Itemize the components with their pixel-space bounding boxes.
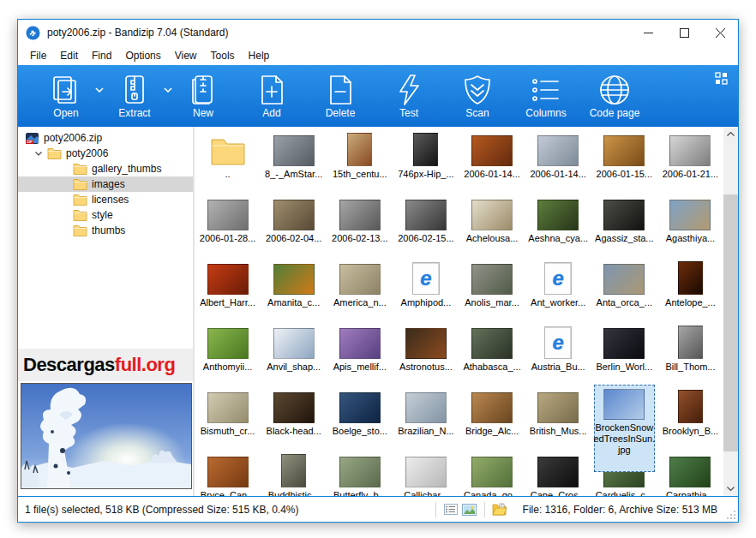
file-item-berlin-worl[interactable]: Berlin_Worl... bbox=[591, 320, 657, 384]
toolbar-delete-button[interactable]: Delete bbox=[306, 65, 375, 127]
image-thumbnail bbox=[339, 200, 381, 230]
file-item-callichar[interactable]: Callichar... bbox=[393, 448, 459, 496]
file-item-amphipod[interactable]: eAmphipod... bbox=[393, 255, 459, 320]
toolbar-test-button[interactable]: Test bbox=[375, 65, 443, 127]
toolbar-layout-icon[interactable] bbox=[715, 72, 728, 85]
menu-find[interactable]: Find bbox=[85, 48, 118, 63]
file-item-2006-01-21[interactable]: 2006-01-21... bbox=[657, 127, 723, 191]
tree-item-thumbs[interactable]: thumbs bbox=[18, 223, 193, 238]
menu-view[interactable]: View bbox=[168, 48, 204, 63]
image-thumbnail bbox=[471, 328, 513, 359]
toolbar-extract-button[interactable]: Extract bbox=[100, 65, 169, 127]
file-item-2006-02-15[interactable]: 2006-02-15... bbox=[393, 191, 459, 255]
file-item-brockensnowedtreesinsun-jpg[interactable]: BrockenSnowedTreesInSun.jpg bbox=[591, 384, 657, 448]
toolbar: OpenExtractNewAddDeleteTestScanColumnsCo… bbox=[18, 65, 738, 127]
file-item-athabasca[interactable]: Athabasca_... bbox=[459, 320, 525, 384]
file-item-agasthiya[interactable]: Agasthiya... bbox=[657, 191, 723, 255]
toolbar-columns-button[interactable]: Columns bbox=[512, 65, 580, 127]
toolbar-button-label: Columns bbox=[525, 107, 566, 119]
file-item-bryce-can[interactable]: Bryce_Can... bbox=[195, 448, 261, 496]
file-item-british-mus[interactable]: British_Mus... bbox=[525, 384, 591, 448]
window-title: poty2006.zip - Bandizip 7.04 (Standard) bbox=[47, 27, 228, 39]
details-view-icon[interactable] bbox=[441, 501, 460, 518]
vertical-scrollbar[interactable] bbox=[723, 127, 738, 496]
zip-archive-icon: ZIP bbox=[25, 132, 39, 144]
file-item-brooklyn-b[interactable]: Brooklyn_B... bbox=[657, 384, 723, 448]
file-item-anolis-mar[interactable]: Anolis_mar... bbox=[459, 255, 525, 320]
scrollbar-thumb[interactable] bbox=[723, 194, 738, 451]
file-item-butterfly-b[interactable]: Butterfly_b... bbox=[327, 448, 393, 496]
thumbnail-view-icon[interactable] bbox=[460, 501, 479, 518]
tree-item-poty2006[interactable]: poty2006 bbox=[18, 146, 193, 161]
file-name-label: Amphipod... bbox=[401, 297, 452, 308]
tree-item-style[interactable]: style bbox=[18, 207, 193, 223]
tree-item-label: poty2006 bbox=[66, 147, 108, 159]
file-item-cape-cros[interactable]: Cape_Cros... bbox=[525, 448, 591, 496]
file-item-ant-worker[interactable]: eAnt_worker... bbox=[525, 255, 591, 320]
file-item-boelge-sto[interactable]: Boelge_sto... bbox=[327, 384, 393, 448]
file-item-2006-02-04[interactable]: 2006-02-04... bbox=[261, 191, 327, 255]
tree-item-images[interactable]: images bbox=[18, 176, 193, 192]
menu-file[interactable]: File bbox=[23, 48, 53, 63]
file-item-746px-hip[interactable]: 746px-Hip_... bbox=[393, 127, 459, 191]
file-item-america-n[interactable]: America_n... bbox=[327, 255, 393, 320]
file-item-bismuth-cr[interactable]: Bismuth_cr... bbox=[195, 384, 261, 448]
maximize-button[interactable] bbox=[666, 20, 702, 45]
menu-options[interactable]: Options bbox=[118, 48, 167, 63]
file-item-anthomyii[interactable]: Anthomyii... bbox=[195, 320, 261, 384]
menu-edit[interactable]: Edit bbox=[53, 48, 85, 63]
file-item-2006-01-28[interactable]: 2006-01-28... bbox=[195, 191, 261, 255]
file-item-2006-02-13[interactable]: 2006-02-13... bbox=[327, 191, 393, 255]
file-item-bill-thom[interactable]: Bill_Thom... bbox=[657, 320, 723, 384]
file-item-8-amstar[interactable]: 8_-_AmStar... bbox=[261, 127, 327, 191]
menu-tools[interactable]: Tools bbox=[204, 48, 242, 63]
toolbar-open-button[interactable]: Open bbox=[32, 65, 100, 127]
close-button[interactable] bbox=[702, 20, 738, 45]
file-item-2006-01-14[interactable]: 2006-01-14... bbox=[459, 127, 525, 191]
file-item-amanita-c[interactable]: Amanita_c... bbox=[261, 255, 327, 320]
image-thumbnail bbox=[603, 200, 645, 230]
menu-help[interactable]: Help bbox=[242, 48, 277, 63]
tree-item-poty2006-zip[interactable]: ZIPpoty2006.zip bbox=[18, 130, 193, 146]
image-thumbnail bbox=[603, 389, 645, 420]
file-item-2006-01-14[interactable]: 2006-01-14... bbox=[525, 127, 591, 191]
file-item-anvil-shap[interactable]: Anvil_shap... bbox=[261, 320, 327, 384]
tree-item-licenses[interactable]: licenses bbox=[18, 192, 193, 207]
file-item-aeshna-cya[interactable]: Aeshna_cya... bbox=[525, 191, 591, 255]
file-name-label: Bridge_Alc... bbox=[465, 426, 519, 436]
tree-item-gallery-thumbs[interactable]: gallery_thumbs bbox=[18, 161, 193, 176]
file-name-label: Anthomyii... bbox=[203, 362, 252, 372]
file-item-anta-orca[interactable]: Anta_orca_... bbox=[591, 255, 657, 320]
file-item-albert-harr[interactable]: Albert_Harr... bbox=[195, 255, 261, 320]
resize-grip[interactable] bbox=[726, 510, 736, 520]
file-item-antelope[interactable]: Antelope_... bbox=[657, 255, 723, 320]
file-item-austria-bu[interactable]: eAustria_Bu... bbox=[525, 320, 591, 384]
toolbar-button-label: Test bbox=[399, 107, 418, 119]
file-item-buddhistic[interactable]: Buddhistic... bbox=[261, 448, 327, 496]
minimize-button[interactable] bbox=[630, 20, 666, 45]
toolbar-add-button[interactable]: Add bbox=[237, 65, 306, 127]
file-item-canada-go[interactable]: Canada_go... bbox=[459, 448, 525, 496]
file-item-bridge-alc[interactable]: Bridge_Alc... bbox=[459, 384, 525, 448]
toolbar-scan-button[interactable]: Scan bbox=[443, 65, 512, 127]
file-item-brazilian-n[interactable]: Brazilian_N... bbox=[393, 384, 459, 448]
image-thumbnail bbox=[537, 135, 579, 166]
toolbar-new-button[interactable]: New bbox=[169, 65, 237, 127]
file-item-carpathia[interactable]: Carpathia... bbox=[657, 448, 723, 496]
file-item-black-head[interactable]: Black-head... bbox=[261, 384, 327, 448]
scroll-down-icon[interactable] bbox=[723, 481, 738, 496]
file-item-[interactable]: .. bbox=[195, 127, 261, 191]
file-item-2006-01-15[interactable]: 2006-01-15... bbox=[591, 127, 657, 191]
archive-folder-icon[interactable] bbox=[490, 501, 509, 518]
file-item-achelousa[interactable]: Achelousa... bbox=[459, 191, 525, 255]
file-item-agassiz-sta[interactable]: Agassiz_sta... bbox=[591, 191, 657, 255]
toolbar-code-page-button[interactable]: Code page bbox=[580, 65, 649, 127]
scroll-up-icon[interactable] bbox=[723, 127, 738, 141]
image-thumbnail bbox=[603, 135, 645, 166]
tree-expander-icon[interactable] bbox=[35, 152, 44, 156]
file-item-15th-centu[interactable]: 15th_centu... bbox=[327, 127, 393, 191]
tree-item-label: style bbox=[92, 209, 113, 221]
file-item-apis-mellif[interactable]: Apis_mellif... bbox=[327, 320, 393, 384]
file-item-astronotus[interactable]: Astronotus... bbox=[393, 320, 459, 384]
toolbar-button-label: Extract bbox=[118, 107, 150, 119]
